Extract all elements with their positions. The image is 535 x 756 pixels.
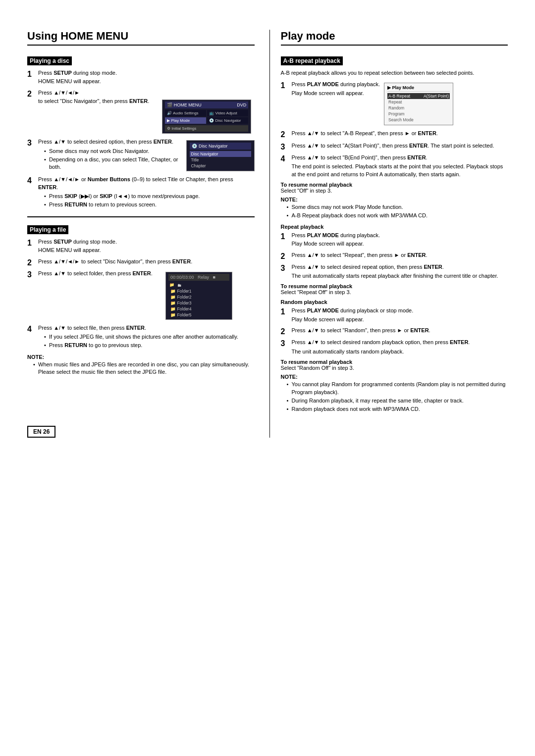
step-num-4: 4	[27, 176, 36, 185]
file-step-3-text-block: Press ▲/▼ to select folder, then press E…	[38, 270, 153, 278]
ab-step-4-text: Press ▲/▼ to select "B(End Point)", then…	[292, 154, 508, 161]
ab-step-4-content: Press ▲/▼ to select "B(End Point)", then…	[292, 154, 508, 179]
step-num-2: 2	[27, 89, 36, 99]
repeat-step-3-text: Press ▲/▼ to select desired repeat optio…	[292, 263, 508, 271]
playing-disc-heading: Playing a disc	[27, 56, 72, 65]
ab-step-4-text2: The end point is selected. Playback star…	[292, 163, 508, 178]
ab-step-num-4: 4	[281, 154, 290, 163]
pm-row-random: Random	[387, 105, 450, 111]
file-screen-folder: 🖿	[168, 282, 229, 288]
file-step-2-content: Press ▲/▼/◄/► to select "Disc Navigator"…	[38, 258, 255, 266]
ab-step-num-1: 1	[281, 81, 290, 90]
disc-step-2-text2: to select "Disc Navigator", then press E…	[38, 98, 149, 105]
pm-title: ▶ Play Mode	[387, 85, 450, 92]
home-menu-video: 📺 Video Adjust	[207, 110, 248, 116]
repeat-step-2-text: Press ▲/▼ to select "Repeat", then press…	[292, 252, 508, 259]
file-screen-row-3: 📁 Folder3	[168, 300, 229, 306]
ab-resume: To resume normal playback Select "Off" i…	[281, 182, 508, 194]
home-menu-screen: 🎬 HOME MENU DVD 🔊 Audio Settings 📺 Video…	[162, 100, 251, 134]
disc-step-1-text: Press SETUP during stop mode.	[38, 69, 255, 77]
disc-step-3: 3 Press ▲/▼ to select desired option, th…	[27, 138, 255, 173]
ab-step-num-2: 2	[281, 130, 290, 139]
random-step-1-content: Press PLAY MODE during playback or stop …	[292, 307, 508, 324]
ab-note-bullet-2: A-B Repeat playback does not work with M…	[287, 212, 508, 219]
disc-step-3-bullets: Some discs may not work Disc Navigator. …	[44, 148, 182, 171]
file-step-1: 1 Press SETUP during stop mode. HOME MEN…	[27, 238, 255, 255]
file-step-num-2: 2	[27, 258, 36, 267]
random-resume-title: To resume normal playback	[281, 359, 508, 365]
ab-step-1-text-block: Press PLAY MODE during playback. Play Mo…	[292, 81, 380, 98]
file-step-3-text: Press ▲/▼ to select folder, then press E…	[38, 270, 153, 277]
ab-note-bullet-1: Some discs may not work Play Mode functi…	[287, 203, 508, 211]
repeat-step-num-2: 2	[281, 252, 290, 261]
file-step-1-text2: HOME MENU will appear.	[38, 247, 255, 254]
file-browser-screen: 00:00/03:00 Relay ■ 🖿 📁 Folder1 📁 Folder…	[165, 272, 232, 320]
ab-step-1: 1 Press PLAY MODE during playback. Play …	[281, 81, 508, 127]
random-heading: Random playback	[281, 299, 508, 305]
random-step-1-text2: Play Mode screen will appear.	[292, 316, 508, 323]
file-step-4-content: Press ▲/▼ to select file, then press ENT…	[38, 324, 255, 351]
disc-step-4-bullet-1: Press SKIP (▶▶I) or SKIP (I◄◄) to move n…	[44, 193, 255, 200]
ab-note-bullets: Some discs may not work Play Mode functi…	[287, 203, 508, 220]
disc-step-3-content: Press ▲/▼ to select desired option, then…	[38, 138, 255, 173]
repeat-heading: Repeat playback	[281, 224, 508, 230]
random-step-1-text: Press PLAY MODE during playback or stop …	[292, 307, 508, 314]
ab-repeat-heading: A-B repeat playback	[281, 56, 343, 65]
disc-nav-row-3: Chapter	[190, 163, 251, 169]
random-resume-text: Select "Random Off" in step 3.	[281, 365, 508, 371]
file-step-4-bullet-2: Press RETURN to go to previous step.	[44, 342, 255, 349]
disc-step-3-text-block: Press ▲/▼ to select desired option, then…	[38, 138, 182, 173]
disc-nav-screen: 💿 Disc Navigator Disc Navigator Title Ch…	[186, 140, 254, 171]
file-screen-row-2: 📁 Folder2	[168, 294, 229, 300]
repeat-step-3: 3 Press ▲/▼ to select desired repeat opt…	[281, 263, 508, 281]
home-menu-initial: ⚙ Initial Settings	[165, 125, 248, 132]
ab-resume-title: To resume normal playback	[281, 182, 508, 188]
home-menu-playmode: ▶ Play Mode	[165, 117, 206, 124]
left-column: Using HOME MENU Playing a disc 1 Press S…	[27, 30, 255, 438]
file-step-num-1: 1	[27, 238, 36, 248]
left-title: Using HOME MENU	[27, 30, 255, 46]
ab-step-4: 4 Press ▲/▼ to select "B(End Point)", th…	[281, 154, 508, 179]
repeat-resume-title: To resume normal playback	[281, 283, 508, 289]
file-screen-row-1: 📁 Folder1	[168, 288, 229, 294]
file-note: NOTE: When music files and JPEG files ar…	[27, 354, 255, 376]
random-step-2-content: Press ▲/▼ to select "Random", then press…	[292, 327, 508, 335]
step-num-1: 1	[27, 69, 36, 79]
pm-row-ab: A-B RepeatA(Start Point)	[387, 93, 450, 99]
random-step-num-3: 3	[281, 339, 290, 348]
home-menu-audio: 🔊 Audio Settings	[165, 110, 206, 116]
disc-step-1: 1 Press SETUP during stop mode. HOME MEN…	[27, 69, 255, 87]
footer-area: EN 26	[27, 406, 255, 438]
pm-row-program: Program	[387, 111, 450, 117]
repeat-step-1-text: Press PLAY MODE during playback.	[292, 232, 508, 239]
pm-row-repeat: Repeat	[387, 99, 450, 105]
disc-step-1-content: Press SETUP during stop mode. HOME MENU …	[38, 69, 255, 87]
random-step-3-text2: The unit automatically starts random pla…	[292, 348, 508, 355]
random-note: NOTE: You cannot play Random for program…	[281, 374, 508, 413]
random-step-1: 1 Press PLAY MODE during playback or sto…	[281, 307, 508, 324]
file-step-4-bullet-1: If you select JPEG file, unit shows the …	[44, 333, 255, 341]
file-note-title: NOTE:	[27, 354, 255, 360]
repeat-step-2: 2 Press ▲/▼ to select "Repeat", then pre…	[281, 252, 508, 261]
file-step-2-text: Press ▲/▼/◄/► to select "Disc Navigator"…	[38, 258, 255, 265]
repeat-step-3-text2: The unit automatically starts repeat pla…	[292, 272, 508, 280]
home-menu-discnav: 💿 Disc Navigator	[207, 117, 248, 124]
ab-step-3-content: Press ▲/▼ to select "A(Start Point)", th…	[292, 142, 508, 151]
right-title: Play mode	[281, 30, 508, 46]
disc-step-4-bullets: Press SKIP (▶▶I) or SKIP (I◄◄) to move n…	[44, 193, 255, 209]
file-screen-row-4: 📁 Folder4	[168, 306, 229, 312]
disc-step-3-text: Press ▲/▼ to select desired option, then…	[38, 138, 182, 146]
home-menu-title: 🎬 HOME MENU DVD	[165, 101, 248, 108]
disc-step-2-content: Press ▲/▼/◄/► to select "Disc Navigator"…	[38, 89, 255, 136]
repeat-step-1-text2: Play Mode screen will appear.	[292, 240, 508, 248]
disc-step-2-text: Press ▲/▼/◄/►	[38, 89, 255, 97]
ab-step-2: 2 Press ▲/▼ to select "A-B Repeat", then…	[281, 130, 508, 139]
repeat-resume: To resume normal playback Select "Repeat…	[281, 283, 508, 295]
random-resume: To resume normal playback Select "Random…	[281, 359, 508, 371]
ab-step-1-content: Press PLAY MODE during playback. Play Mo…	[292, 81, 508, 127]
disc-nav-title: 💿 Disc Navigator	[190, 143, 251, 150]
repeat-step-2-content: Press ▲/▼ to select "Repeat", then press…	[292, 252, 508, 260]
ab-step-2-text: Press ▲/▼ to select "A-B Repeat", then p…	[292, 130, 508, 137]
random-step-3: 3 Press ▲/▼ to select desired random pla…	[281, 339, 508, 356]
random-note-bullet-2: During Random playback, it may repeat th…	[287, 397, 508, 404]
